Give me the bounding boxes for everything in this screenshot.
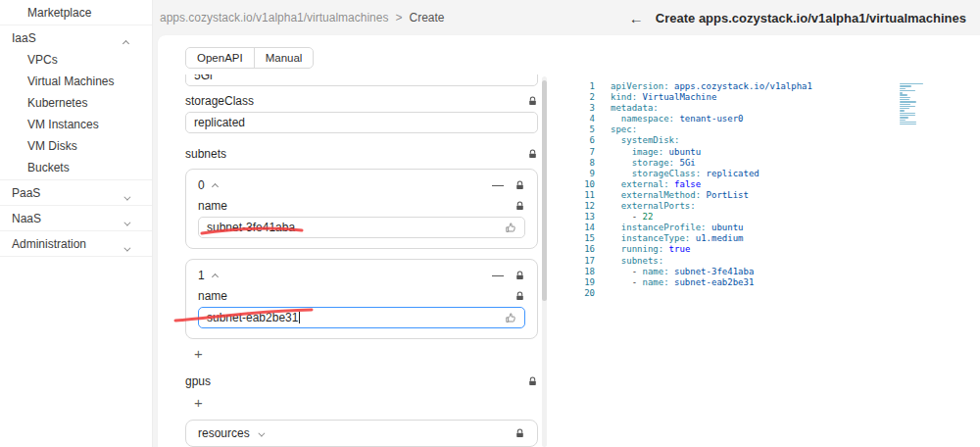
sidebar-item-label: VM Disks: [27, 139, 77, 153]
resources-collapse[interactable]: resources: [185, 420, 538, 447]
lock-icon: [527, 96, 538, 107]
divider: [0, 179, 152, 180]
breadcrumb-path-link[interactable]: apps.cozystack.io/v1alpha1/virtualmachin…: [160, 11, 388, 25]
chevron-down-icon: [123, 190, 128, 204]
tab-openapi[interactable]: OpenAPI: [186, 48, 254, 68]
back-arrow-icon[interactable]: ←: [629, 10, 644, 26]
divider: [0, 256, 152, 257]
text-cursor: [299, 312, 300, 323]
add-subnet-button[interactable]: +: [194, 347, 208, 361]
subnets-label-row: subnets: [185, 147, 538, 161]
remove-subnet-0-button[interactable]: [492, 185, 504, 186]
sidebar-item-virtual-machines[interactable]: Virtual Machines: [0, 71, 152, 92]
sidebar-item-vpcs[interactable]: VPCs: [0, 49, 152, 71]
line-number: 11: [567, 190, 611, 201]
line-number: 17: [567, 256, 611, 267]
form-scrollbar: [542, 76, 548, 447]
breadcrumb-separator: >: [395, 11, 402, 25]
line-number: 8: [567, 158, 611, 169]
resources-label: resources: [198, 426, 250, 440]
sidebar-item-buckets[interactable]: Buckets: [0, 157, 152, 178]
line-number: 20: [567, 288, 611, 299]
code-line: 18 - name: subnet-3fe41aba: [567, 267, 980, 277]
chevron-up-icon: [213, 269, 218, 282]
sidebar-item-vm-disks[interactable]: VM Disks: [0, 135, 152, 157]
subnet-0-name-value: subnet-3fe41aba: [207, 221, 295, 234]
lock-icon: [514, 428, 525, 439]
remove-subnet-1-button[interactable]: [492, 275, 504, 276]
lock-icon: [514, 180, 525, 191]
storage-input-partial[interactable]: 5Gi: [185, 74, 538, 86]
name-label: name: [198, 289, 227, 303]
sidebar-group-administration[interactable]: Administration: [0, 232, 152, 255]
sidebar-group-paas[interactable]: PaaS: [0, 181, 152, 204]
form-panel: 5Gi storageClass replicated sub: [158, 74, 538, 447]
subnet-item-0-collapse-toggle[interactable]: 0: [198, 178, 218, 192]
subnet-item-0: 0 name: [185, 169, 538, 249]
subnet-0-name-input[interactable]: subnet-3fe41aba: [198, 217, 525, 238]
sidebar-item-marketplace[interactable]: Marketplace: [0, 2, 152, 24]
sidebar-group-naas[interactable]: NaaS: [0, 207, 152, 229]
sidebar-item-label: Marketplace: [27, 6, 91, 20]
code-line: 20: [567, 288, 980, 299]
editor-mode-tabs: OpenAPI Manual: [158, 35, 980, 74]
code-line: 13 - 22: [567, 212, 980, 223]
subnets-label: subnets: [185, 147, 226, 161]
divider: [0, 230, 152, 231]
yaml-editor[interactable]: 1apiVersion: apps.cozystack.io/v1alpha12…: [554, 74, 980, 447]
subnet-item-1-collapse-toggle[interactable]: 1: [198, 269, 218, 282]
subnet-0-name-label-row: name: [198, 199, 525, 213]
code-line: 19 - name: subnet-eab2be31: [567, 277, 980, 288]
scrollbar-thumb[interactable]: [542, 80, 547, 301]
line-number: 6: [567, 135, 611, 146]
storageclass-input[interactable]: replicated: [185, 112, 538, 133]
code-line: 7 image: ubuntu: [567, 147, 980, 158]
line-number: 19: [567, 277, 611, 288]
like-icon[interactable]: [505, 312, 517, 327]
breadcrumb-current: Create: [409, 11, 444, 25]
storageclass-label: storageClass: [185, 94, 254, 108]
subnet-item-1: 1 name: [185, 259, 538, 339]
code-line: 12 externalPorts:: [567, 201, 980, 212]
sidebar: Marketplace IaaS VPCs Virtual Machines K…: [0, 0, 153, 447]
line-number: 9: [567, 169, 611, 179]
sidebar-item-label: Buckets: [27, 161, 70, 174]
code-line: 15 instanceType: u1.medium: [567, 233, 980, 244]
code-line: 16 running: true: [567, 244, 980, 255]
card-content: 5Gi storageClass replicated sub: [158, 74, 980, 447]
sidebar-item-label: VM Instances: [27, 118, 99, 131]
subnet-1-name-value: subnet-eab2be31: [207, 311, 298, 324]
like-icon[interactable]: [505, 222, 517, 237]
sidebar-group-iaas[interactable]: IaaS: [0, 26, 152, 49]
lock-icon: [514, 291, 525, 302]
line-number: 2: [567, 92, 611, 103]
lock-icon: [514, 271, 525, 281]
line-number: 15: [567, 233, 611, 244]
page-header: ← Create apps.cozystack.io/v1alpha1/virt…: [629, 10, 966, 26]
tab-manual[interactable]: Manual: [254, 48, 314, 68]
minimap[interactable]: [900, 83, 923, 128]
line-number: 5: [567, 124, 611, 135]
chevron-down-icon: [123, 241, 128, 255]
gpus-label: gpus: [185, 374, 211, 388]
sidebar-item-label: Kubernetes: [27, 96, 87, 110]
chevron-down-icon: [123, 216, 128, 229]
storage-value: 5Gi: [194, 74, 213, 82]
code-line: 9 storageClass: replicated: [567, 169, 980, 179]
create-form-card: OpenAPI Manual 5Gi storageClass: [158, 35, 980, 447]
sidebar-item-vm-instances[interactable]: VM Instances: [0, 114, 152, 135]
divider: [0, 205, 152, 206]
chevron-up-icon: [213, 178, 218, 192]
sidebar-item-label: IaaS: [12, 31, 36, 45]
subnet-1-name-input[interactable]: subnet-eab2be31: [198, 307, 525, 328]
sidebar-item-kubernetes[interactable]: Kubernetes: [0, 92, 152, 114]
add-gpu-button[interactable]: +: [194, 396, 208, 410]
line-number: 12: [567, 201, 611, 212]
line-number: 16: [567, 244, 611, 255]
app-window: Marketplace IaaS VPCs Virtual Machines K…: [0, 0, 980, 447]
main-area: apps.cozystack.io/v1alpha1/virtualmachin…: [153, 0, 980, 447]
page-title: Create apps.cozystack.io/v1alpha1/virtua…: [656, 11, 966, 25]
lock-icon: [527, 149, 538, 160]
gpus-label-row: gpus: [185, 374, 538, 388]
line-number: 10: [567, 179, 611, 190]
